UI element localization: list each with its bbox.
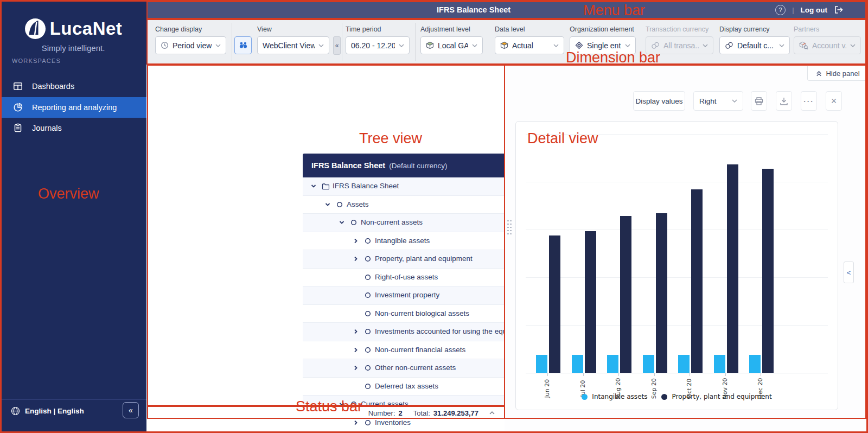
panel-resize-handle[interactable] — [507, 219, 512, 235]
pie-chart-icon — [13, 103, 23, 112]
diamond-icon — [575, 41, 583, 49]
chart-x-axis — [526, 373, 828, 373]
separator — [232, 23, 232, 61]
number-value: 2 — [399, 409, 403, 417]
dimension-select-view[interactable]: WebClient View — [257, 36, 329, 54]
chevron-right-icon[interactable] — [353, 238, 359, 244]
collapse-sidebar-button[interactable]: « — [123, 402, 139, 418]
collapse-status-bar-icon[interactable] — [489, 411, 495, 415]
tree-row-label: Non-current biological assets — [375, 309, 469, 317]
bar-property-plant-and-equipment-sep-20 — [656, 213, 667, 373]
collapse-detail-button[interactable]: < — [844, 262, 854, 283]
download-button[interactable] — [776, 91, 792, 111]
chevron-down-icon[interactable] — [310, 183, 317, 189]
circle-icon — [364, 364, 372, 372]
chevron-right-icon[interactable] — [353, 347, 359, 353]
sidebar-item-label: Dashboards — [32, 82, 74, 91]
tree-view-panel: IFRS Balance Sheet (Default currency) ⋮ … — [146, 64, 505, 433]
dimension-bar: « Change displayPeriod viewViewWebClient… — [146, 20, 868, 64]
dimension-label-change-display: Change display — [155, 26, 202, 33]
chart-gridline — [526, 182, 828, 182]
table-title: IFRS Balance Sheet — [311, 161, 385, 170]
bar-property-plant-and-equipment-dec-20 — [762, 169, 774, 373]
status-bar: Number: 2 Total: 31.249.253,77 — [146, 406, 505, 420]
chevrons-up-icon — [815, 70, 822, 77]
chevron-down-icon — [625, 44, 630, 47]
dimension-select-time-period[interactable]: 06.20 - 12.20 — [346, 36, 410, 54]
view-search-button[interactable] — [234, 36, 252, 54]
bar-intangible-assets-jul-20 — [572, 355, 583, 373]
collapse-dimension-bar-button[interactable]: « — [333, 36, 341, 55]
cube-search-icon — [799, 41, 808, 49]
dimension-label-view: View — [257, 26, 272, 33]
tree-row-label: Right-of-use assets — [375, 273, 438, 281]
display-values-button[interactable]: Display values — [633, 91, 685, 111]
bar-intangible-assets-sep-20 — [643, 355, 654, 373]
total-value: 31.249.253,77 — [433, 409, 478, 417]
chevron-left-icon: < — [847, 269, 851, 277]
dimension-label-adjustment-level: Adjustment level — [420, 26, 470, 33]
sidebar-item-dashboards[interactable]: Dashboards — [0, 76, 146, 97]
chevron-down-icon — [472, 44, 477, 47]
chevron-right-icon[interactable] — [353, 419, 359, 426]
bar-intangible-assets-aug-20 — [607, 355, 618, 373]
dimension-label-transaction-currency: Transaction currency — [646, 26, 709, 33]
help-icon[interactable]: ? — [775, 5, 786, 15]
menu-divider: | — [792, 6, 794, 14]
tree-row-label: Property, plant and equipment — [375, 254, 473, 263]
legend-label: Property, plant and equipment — [672, 393, 771, 400]
circle-icon — [364, 328, 372, 335]
chevron-right-icon[interactable] — [353, 328, 359, 335]
hide-panel-button[interactable]: Hide panel — [807, 66, 868, 81]
sidebar-item-journals[interactable]: Journals — [0, 118, 146, 139]
dimension-select-display-currency[interactable]: Default c... — [719, 36, 790, 54]
chevron-down-icon — [318, 44, 324, 47]
dimension-select-adjustment-level[interactable]: Local GA... — [420, 36, 483, 54]
dimension-select-data-level[interactable]: Actual — [495, 36, 564, 54]
bar-property-plant-and-equipment-nov-20 — [727, 164, 738, 373]
chevron-down-icon[interactable] — [324, 201, 331, 208]
tree-row-label: Intangible assets — [375, 237, 430, 245]
lucanet-logo: LucaNet — [0, 16, 146, 41]
sidebar-item-label: Reporting and analyzing — [32, 103, 117, 112]
bar-intangible-assets-nov-20 — [714, 355, 725, 373]
download-icon — [779, 97, 789, 106]
circle-icon — [364, 291, 372, 299]
tree-row-label: Assets — [347, 200, 369, 208]
chart-gridline — [526, 230, 828, 230]
print-button[interactable] — [751, 91, 767, 111]
legend-label: Intangible assets — [592, 393, 647, 400]
chevron-right-icon[interactable] — [353, 256, 359, 262]
chart-gridline — [526, 134, 828, 135]
logout-icon[interactable] — [834, 5, 843, 14]
dimension-label-display-currency: Display currency — [719, 26, 769, 33]
dimension-value: Account v... — [812, 41, 846, 50]
close-detail-button[interactable]: × — [826, 91, 842, 111]
bar-property-plant-and-equipment-jun-20 — [549, 235, 560, 373]
dimension-value: Local GA... — [438, 41, 468, 50]
chevron-down-icon — [850, 44, 856, 47]
dimension-value: Period view — [173, 41, 212, 50]
chevron-right-icon[interactable] — [353, 365, 359, 371]
sidebar-overview: LucaNet Simply intelligent. WORKSPACES D… — [0, 0, 146, 433]
chevron-down-icon — [399, 44, 404, 47]
sidebar-item-reporting-and-analyzing[interactable]: Reporting and analyzing — [0, 97, 146, 118]
circle-icon — [364, 310, 372, 317]
dimension-value: Single ent... — [587, 41, 621, 50]
globe-icon — [11, 406, 20, 416]
chevron-down-icon[interactable] — [339, 219, 345, 226]
dimension-select-change-display[interactable]: Period view — [155, 36, 226, 54]
more-options-button[interactable]: ··· — [801, 91, 817, 111]
legend-position-select[interactable]: Right — [693, 91, 743, 111]
language-selector[interactable]: English | English — [11, 404, 84, 418]
legend-item-intangible-assets: Intangible assets — [582, 393, 647, 400]
folder-icon — [322, 182, 329, 190]
logout-button[interactable]: Log out — [801, 6, 827, 14]
chevrons-left-icon: « — [335, 42, 339, 49]
printer-icon — [754, 97, 764, 106]
coins-icon — [651, 42, 660, 49]
dimension-select-organization-element[interactable]: Single ent... — [570, 36, 636, 54]
language-label: English | English — [25, 407, 84, 415]
cube-orange-icon — [500, 41, 508, 49]
legend-dot-icon — [582, 394, 588, 400]
